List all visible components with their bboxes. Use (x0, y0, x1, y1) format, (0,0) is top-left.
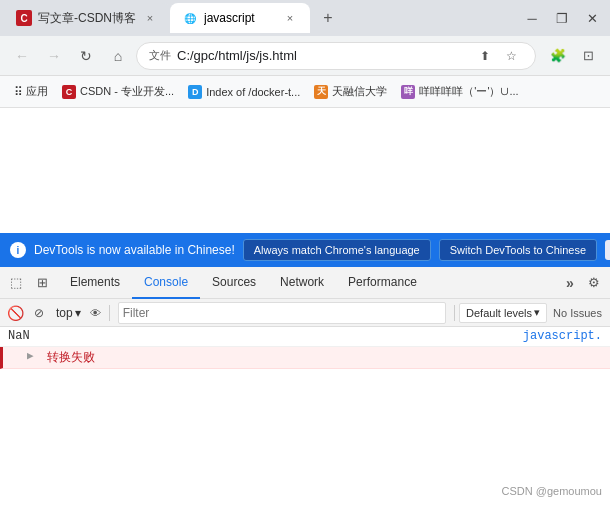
more-tabs-button[interactable]: » (558, 271, 582, 295)
console-row-nan: NaN javascript. (0, 327, 610, 347)
watermark-text: CSDN @gemoumou (502, 485, 602, 497)
devtools-banner: i DevTools is now available in Chinese! … (0, 233, 610, 267)
devtools-left-icons: ⬚ ⊞ (4, 271, 54, 295)
filter-input[interactable] (119, 303, 445, 323)
eye-icon[interactable]: 👁 (87, 304, 105, 322)
csdn-bookmark-icon: C (62, 85, 76, 99)
toolbar-separator (109, 305, 110, 321)
url-actions: ⬆ ☆ (473, 44, 523, 68)
filter-box[interactable] (118, 302, 446, 324)
tab-csdn[interactable]: C 写文章-CSDN博客 × (4, 3, 170, 33)
console-row-error: ▶ 转换失败 (0, 347, 610, 369)
menu-icon[interactable]: ⊡ (574, 42, 602, 70)
levels-arrow-icon: ▾ (534, 306, 540, 319)
bookmark-wawawa-label: 咩咩咩咩（'ー'）∪... (419, 84, 518, 99)
restore-button[interactable]: ❐ (548, 4, 576, 32)
tab-csdn-title: 写文章-CSDN博客 (38, 10, 136, 27)
bookmark-tianrong[interactable]: 天 天融信大学 (308, 82, 393, 101)
home-button[interactable]: ⌂ (104, 42, 132, 70)
banner-match-button[interactable]: Always match Chrome's language (243, 239, 431, 261)
banner-switch-button[interactable]: Switch DevTools to Chinese (439, 239, 597, 261)
bookmark-csdn[interactable]: C CSDN - 专业开发... (56, 82, 180, 101)
apps-label: 应用 (26, 84, 48, 99)
wawawa-bookmark-icon: 咩 (401, 85, 415, 99)
csdn-favicon: C (16, 10, 32, 26)
context-arrow-icon: ▾ (75, 306, 81, 320)
tab-sources[interactable]: Sources (200, 267, 268, 299)
bookmarks-bar: ⠿ 应用 C CSDN - 专业开发... D Index of /docker… (0, 76, 610, 108)
toolbar-separator-2 (454, 305, 455, 321)
url-bar[interactable]: 文件 C:/gpc/html/js/js.html ⬆ ☆ (136, 42, 536, 70)
apps-button[interactable]: ⠿ 应用 (8, 82, 54, 101)
banner-info-icon: i (10, 242, 26, 258)
tab-csdn-close[interactable]: × (142, 10, 158, 26)
lock-icon: 文件 (149, 48, 171, 63)
tab-elements[interactable]: Elements (58, 267, 132, 299)
tab-js-title: javascript (204, 11, 276, 25)
bookmark-csdn-label: CSDN - 专业开发... (80, 84, 174, 99)
address-bar: ← → ↻ ⌂ 文件 C:/gpc/html/js/js.html ⬆ ☆ 🧩 … (0, 36, 610, 76)
star-icon[interactable]: ☆ (499, 44, 523, 68)
forward-button[interactable]: → (40, 42, 68, 70)
expand-arrow-icon[interactable]: ▶ (27, 349, 39, 362)
page-content (0, 108, 610, 233)
console-error-text: 转换失败 (47, 349, 95, 366)
levels-dropdown[interactable]: Default levels ▾ (459, 303, 547, 323)
console-nan-value: NaN (8, 329, 523, 343)
context-label-text: top (56, 306, 73, 320)
clear-console-button[interactable]: 🚫 (4, 302, 26, 324)
devtools-device-icon[interactable]: ⊞ (30, 271, 54, 295)
footer-watermark: CSDN @gemoumou (502, 485, 602, 497)
bookmark-tianrong-label: 天融信大学 (332, 84, 387, 99)
tab-performance[interactable]: Performance (336, 267, 429, 299)
js-favicon: 🌐 (182, 10, 198, 26)
bookmark-docker[interactable]: D Index of /docker-t... (182, 83, 306, 101)
tab-network[interactable]: Network (268, 267, 336, 299)
devtools-toolbar: 🚫 ⊘ top ▾ 👁 Default levels ▾ No Issues (0, 299, 610, 327)
banner-dismiss-button[interactable]: Don't show again (605, 240, 610, 260)
banner-text: DevTools is now available in Chinese! (34, 243, 235, 257)
levels-label: Default levels (466, 307, 532, 319)
reload-button[interactable]: ↻ (72, 42, 100, 70)
minimize-button[interactable]: ─ (518, 4, 546, 32)
close-button[interactable]: ✕ (578, 4, 606, 32)
extensions-icon[interactable]: 🧩 (544, 42, 572, 70)
context-selector[interactable]: top ▾ (52, 305, 85, 321)
toolbar-icons: 🧩 ⊡ (544, 42, 602, 70)
docker-bookmark-icon: D (188, 85, 202, 99)
share-icon[interactable]: ⬆ (473, 44, 497, 68)
console-source-link[interactable]: javascript. (523, 329, 602, 343)
new-tab-button[interactable]: + (314, 4, 342, 32)
title-bar: C 写文章-CSDN博客 × 🌐 javascript × + ─ ❐ ✕ (0, 0, 610, 36)
bookmark-wawawa[interactable]: 咩 咩咩咩咩（'ー'）∪... (395, 82, 524, 101)
tab-js[interactable]: 🌐 javascript × (170, 3, 310, 33)
back-button[interactable]: ← (8, 42, 36, 70)
devtools-cursor-icon[interactable]: ⬚ (4, 271, 28, 295)
tianrong-bookmark-icon: 天 (314, 85, 328, 99)
bookmark-docker-label: Index of /docker-t... (206, 86, 300, 98)
devtools-settings-icon[interactable]: ⚙ (582, 271, 606, 295)
window-controls: ─ ❐ ✕ (518, 4, 606, 32)
tab-js-close[interactable]: × (282, 10, 298, 26)
no-issues-label: No Issues (549, 307, 606, 319)
url-text: C:/gpc/html/js/js.html (177, 48, 467, 63)
console-output: NaN javascript. ▶ 转换失败 (0, 327, 610, 369)
devtools-tabs: ⬚ ⊞ Elements Console Sources Network Per… (0, 267, 610, 299)
block-requests-button[interactable]: ⊘ (28, 302, 50, 324)
tab-console[interactable]: Console (132, 267, 200, 299)
